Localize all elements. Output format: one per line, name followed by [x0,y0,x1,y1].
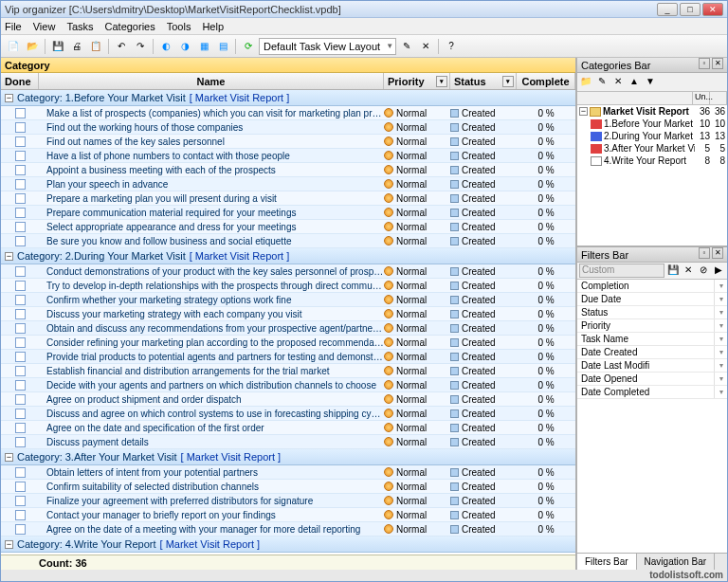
menu-view[interactable]: View [33,21,56,32]
col-complete[interactable]: Complete [517,73,575,89]
priority-filter-icon[interactable]: ▾ [436,76,447,87]
cat-new-icon[interactable]: 📁 [579,76,592,89]
group-row[interactable]: −Category: 4.Write Your Report [ Market … [1,537,575,553]
task-row[interactable]: Find out the working hours of those comp… [1,120,575,135]
group-link[interactable]: [ Market Visit Report ] [160,538,261,550]
filter-dropdown-icon[interactable]: ▾ [714,319,727,332]
undo-icon[interactable]: ↶ [113,38,130,55]
done-checkbox[interactable] [15,323,26,334]
menu-categories[interactable]: Categories [105,21,155,32]
cat-up-icon[interactable]: ▲ [628,76,641,89]
filt-save-icon[interactable]: 💾 [666,264,680,278]
filter-row[interactable]: Completion▾ [577,280,727,293]
expand-icon[interactable]: − [5,94,13,102]
tool1-icon[interactable]: ✎ [398,38,415,55]
done-checkbox[interactable] [15,467,26,478]
group-link[interactable]: [ Market Visit Report ] [190,250,290,262]
done-checkbox[interactable] [15,423,26,433]
tree-item[interactable]: 3.After Your Market Visit55 [577,142,727,155]
tree-item[interactable]: 4.Write Your Report88 [577,155,727,167]
task-row[interactable]: Discuss payment detailsNormalCreated0 % [1,435,575,449]
filt-apply-icon[interactable]: ▶ [712,264,725,278]
task-row[interactable]: Agree on the date of a meeting with your… [1,522,575,537]
help-icon[interactable]: ? [443,38,460,55]
done-checkbox[interactable] [15,122,26,133]
new-icon[interactable]: 📄 [5,38,22,55]
filter-row[interactable]: Date Completed▾ [577,386,727,399]
expand-icon[interactable]: − [5,453,13,462]
done-checkbox[interactable] [15,236,26,246]
task-row[interactable]: Conduct demonstrations of your product w… [1,264,575,279]
cat-del-icon[interactable]: ✕ [611,76,625,89]
done-checkbox[interactable] [15,208,26,218]
done-checkbox[interactable] [15,409,26,419]
done-checkbox[interactable] [15,295,26,305]
done-checkbox[interactable] [15,352,26,362]
col-done[interactable]: Done [1,73,39,89]
category-tree[interactable]: Un... −Market Visit Report36361.Before Y… [577,92,727,246]
filter-row[interactable]: Date Created▾ [577,346,727,359]
tree-item[interactable]: 1.Before Your Market Vis1010 [577,118,727,130]
menu-tools[interactable]: Tools [167,21,191,32]
tab-navigation[interactable]: Navigation Bar [637,554,716,570]
filter-dropdown-icon[interactable]: ▾ [714,386,727,398]
task-row[interactable]: Find out names of the key sales personne… [1,135,575,149]
filter-dropdown-icon[interactable]: ▾ [714,306,727,318]
menu-help[interactable]: Help [202,21,224,32]
done-checkbox[interactable] [15,136,26,147]
menu-file[interactable]: File [5,21,22,32]
action1-icon[interactable]: ◐ [157,38,174,55]
filter-dropdown-icon[interactable]: ▾ [714,346,727,358]
filters-close-icon[interactable]: ✕ [712,247,723,259]
col-status[interactable]: Status▾ [450,73,517,89]
done-checkbox[interactable] [15,524,26,535]
menu-tasks[interactable]: Tasks [66,21,93,32]
tab-filters[interactable]: Filters Bar [577,554,637,570]
col-name[interactable]: Name [39,73,384,89]
redo-icon[interactable]: ↷ [132,38,149,55]
task-row[interactable]: Establish financial and distribution arr… [1,364,575,378]
filter-row[interactable]: Priority▾ [577,319,727,333]
done-checkbox[interactable] [15,266,26,277]
done-checkbox[interactable] [15,193,26,204]
done-checkbox[interactable] [15,482,26,492]
task-row[interactable]: Prepare communication material required … [1,206,575,220]
done-checkbox[interactable] [15,108,26,118]
done-checkbox[interactable] [15,510,26,520]
tree-item[interactable]: 2.During Your Market Vis1313 [577,130,727,142]
filters-opts-icon[interactable]: ▫ [699,247,710,259]
task-row[interactable]: Consider refining your marketing plan ac… [1,336,575,350]
task-row[interactable]: Discuss your marketing strategy with eac… [1,307,575,321]
filter-dropdown-icon[interactable]: ▾ [714,359,727,372]
print-icon[interactable]: 🖨 [68,38,85,55]
panel-close-icon[interactable]: ✕ [712,58,723,69]
filter-preset-select[interactable]: Custom [579,264,664,278]
done-checkbox[interactable] [15,380,26,391]
task-row[interactable]: Contact your manager to briefly report o… [1,508,575,522]
doc-icon[interactable]: 📋 [87,38,104,55]
task-row[interactable]: Obtain and discuss any recommendations f… [1,321,575,336]
done-checkbox[interactable] [15,179,26,190]
open-icon[interactable]: 📂 [24,38,41,55]
filter-row[interactable]: Date Last Modifi▾ [577,359,727,373]
group-row[interactable]: −Category: 1.Before Your Market Visit [ … [1,90,575,106]
filter-row[interactable]: Status▾ [577,306,727,319]
group-row[interactable]: −Category: 3.After Your Market Visit [ M… [1,449,575,465]
task-row[interactable]: Have a list of phone numbers to contact … [1,149,575,163]
minimize-button[interactable]: _ [657,3,678,16]
task-row[interactable]: Decide with your agents and partners on … [1,378,575,392]
task-row[interactable]: Agree on the date and specification of t… [1,421,575,435]
task-row[interactable]: Agree on product shipment and order disp… [1,392,575,407]
group-link[interactable]: [ Market Visit Report ] [190,92,290,103]
action2-icon[interactable]: ◑ [176,38,193,55]
done-checkbox[interactable] [15,496,26,506]
done-checkbox[interactable] [15,337,26,348]
save-icon[interactable]: 💾 [49,38,66,55]
panel-opts-icon[interactable]: ▫ [699,58,710,69]
filter-dropdown-icon[interactable]: ▾ [714,280,727,292]
task-row[interactable]: Plan your speech in advanceNormalCreated… [1,177,575,191]
expand-icon[interactable]: − [5,540,13,549]
task-list[interactable]: −Category: 1.Before Your Market Visit [ … [1,90,575,555]
task-row[interactable]: Select appropriate appearance and dress … [1,220,575,234]
task-row[interactable]: Provide trial products to potential agen… [1,350,575,364]
